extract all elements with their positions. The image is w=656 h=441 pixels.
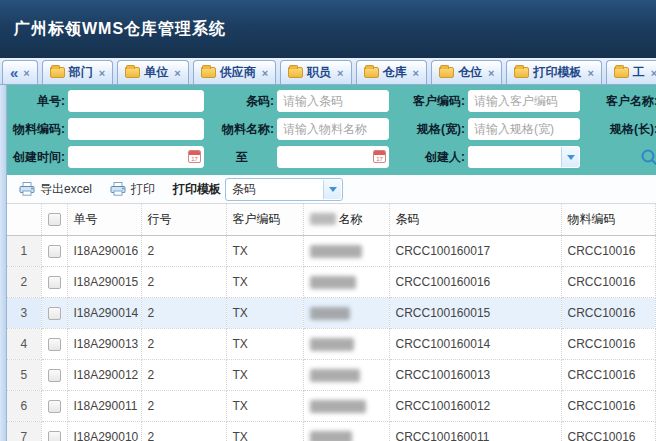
row-checkbox[interactable] <box>48 338 61 351</box>
spec-length-label: 规格(长): <box>586 121 656 138</box>
col-header-line-no[interactable]: 行号 <box>141 204 226 235</box>
row-number: 1 <box>7 235 41 266</box>
chevron-down-icon[interactable] <box>561 147 579 167</box>
creator-select[interactable] <box>468 146 580 168</box>
search-panel: 单号: 条码: 客户编码: 客户名称: 物料编码: 物料名称: 规格(宽): 规… <box>7 85 656 175</box>
tab-打印模板[interactable]: 打印模板× <box>506 60 601 84</box>
close-icon[interactable]: × <box>337 67 343 79</box>
row-number: 3 <box>7 297 41 328</box>
calendar-icon[interactable] <box>188 150 201 163</box>
folder-icon <box>125 67 140 78</box>
tab-仓位[interactable]: 仓位× <box>431 60 502 84</box>
close-icon[interactable]: × <box>413 67 419 79</box>
cell-line-no: 2 <box>141 421 226 441</box>
cell-material-code: CRCC10016 <box>561 390 656 421</box>
chevron-down-icon[interactable] <box>323 180 341 199</box>
cell-customer-code: TX <box>226 235 303 266</box>
tab-label: 供应商 <box>220 64 256 81</box>
search-row-2: 物料编码: 物料名称: 规格(宽): 规格(长): <box>7 118 656 140</box>
cell-material-code: CRCC10016 <box>561 297 656 328</box>
table-row[interactable]: 6I18A2900112TXCRCC100160012CRCC10016 <box>7 390 656 421</box>
cell-customer-name <box>303 297 389 328</box>
table-row[interactable]: 7I18A2900102TXCRCC100160011CRCC10016 <box>7 421 656 441</box>
tab-部门[interactable]: 部门× <box>42 60 113 84</box>
close-icon[interactable]: × <box>99 67 105 79</box>
date-to-label: 至 <box>210 149 274 166</box>
collapsed-west-panel[interactable] <box>0 85 7 441</box>
cell-customer-name <box>303 266 389 297</box>
col-header-customer-code[interactable]: 客户编码 <box>226 204 303 235</box>
tab-仓库[interactable]: 仓库× <box>356 60 427 84</box>
table-row[interactable]: 1I18A2900162TXCRCC100160017CRCC10016 <box>7 235 656 266</box>
row-number: 2 <box>7 266 41 297</box>
cell-barcode: CRCC100160013 <box>389 359 561 390</box>
order-no-input[interactable] <box>68 90 204 112</box>
close-icon[interactable]: × <box>488 67 494 79</box>
main-panel: 单号: 条码: 客户编码: 客户名称: 物料编码: 物料名称: 规格(宽): 规… <box>7 85 656 441</box>
cell-barcode: CRCC100160012 <box>389 390 561 421</box>
tab-collapse[interactable]: « × <box>2 60 38 84</box>
row-checkbox[interactable] <box>48 276 61 289</box>
row-number-header <box>7 204 41 235</box>
col-header-order-no[interactable]: 单号 <box>67 204 141 235</box>
cell-customer-code: TX <box>226 421 303 441</box>
cell-material-code: CRCC10016 <box>561 421 656 441</box>
select-all-checkbox[interactable] <box>48 213 61 226</box>
search-button[interactable] <box>640 148 656 166</box>
cell-customer-name <box>303 235 389 266</box>
close-icon[interactable]: × <box>23 67 29 79</box>
cell-customer-name <box>303 390 389 421</box>
close-icon[interactable]: × <box>174 67 180 79</box>
cell-material-code: CRCC10016 <box>561 328 656 359</box>
collapse-left-icon[interactable]: « <box>10 64 18 81</box>
cell-customer-code: TX <box>226 266 303 297</box>
export-excel-button[interactable]: 导出excel <box>19 181 92 198</box>
customer-code-input[interactable] <box>468 90 580 112</box>
select-all-checkbox-cell <box>41 204 67 235</box>
row-checkbox[interactable] <box>48 307 61 320</box>
table-row[interactable]: 5I18A2900122TXCRCC100160013CRCC10016 <box>7 359 656 390</box>
cell-line-no: 2 <box>141 328 226 359</box>
barcode-input[interactable] <box>277 90 389 112</box>
row-checkbox[interactable] <box>48 431 61 441</box>
col-header-material-code[interactable]: 物料编码 <box>561 204 656 235</box>
close-icon[interactable]: × <box>587 67 593 79</box>
close-icon[interactable]: × <box>262 67 268 79</box>
tab-label: 职员 <box>307 64 331 81</box>
tab-供应商[interactable]: 供应商× <box>193 60 276 84</box>
tab-工[interactable]: 工× <box>606 60 656 84</box>
row-checkbox[interactable] <box>48 369 61 382</box>
create-time-from-input[interactable] <box>68 146 204 168</box>
tab-职员[interactable]: 职员× <box>280 60 351 84</box>
printer-icon <box>110 182 126 196</box>
row-checkbox[interactable] <box>48 245 61 258</box>
redacted-text <box>310 245 362 258</box>
table-row[interactable]: 2I18A2900152TXCRCC100160016CRCC10016 <box>7 266 656 297</box>
create-time-to-field <box>277 146 389 168</box>
table-row[interactable]: 4I18A2900132TXCRCC100160014CRCC10016 <box>7 328 656 359</box>
col-header-barcode[interactable]: 条码 <box>389 204 561 235</box>
cell-line-no: 2 <box>141 359 226 390</box>
table-row[interactable]: 3I18A2900142TXCRCC100160015CRCC10016 <box>7 297 656 328</box>
row-checkbox-cell <box>41 421 67 441</box>
material-name-input[interactable] <box>277 118 389 140</box>
row-checkbox[interactable] <box>48 400 61 413</box>
redacted-text <box>310 213 336 225</box>
row-number: 7 <box>7 421 41 441</box>
row-checkbox-cell <box>41 235 67 266</box>
print-template-select[interactable]: 条码 <box>225 178 343 201</box>
folder-icon <box>201 67 216 78</box>
close-icon[interactable]: × <box>651 67 656 79</box>
cell-order-no: I18A290011 <box>67 390 141 421</box>
material-code-input[interactable] <box>68 118 204 140</box>
material-name-label: 物料名称: <box>210 121 274 138</box>
col-header-customer-name[interactable]: 名称 <box>303 204 389 235</box>
cell-order-no: I18A290013 <box>67 328 141 359</box>
tab-label: 工 <box>633 64 645 81</box>
print-button[interactable]: 打印 <box>110 181 155 198</box>
spec-width-input[interactable] <box>468 118 580 140</box>
search-row-1: 单号: 条码: 客户编码: 客户名称: <box>7 90 656 112</box>
row-checkbox-cell <box>41 266 67 297</box>
calendar-icon[interactable] <box>373 150 386 163</box>
tab-单位[interactable]: 单位× <box>117 60 188 84</box>
